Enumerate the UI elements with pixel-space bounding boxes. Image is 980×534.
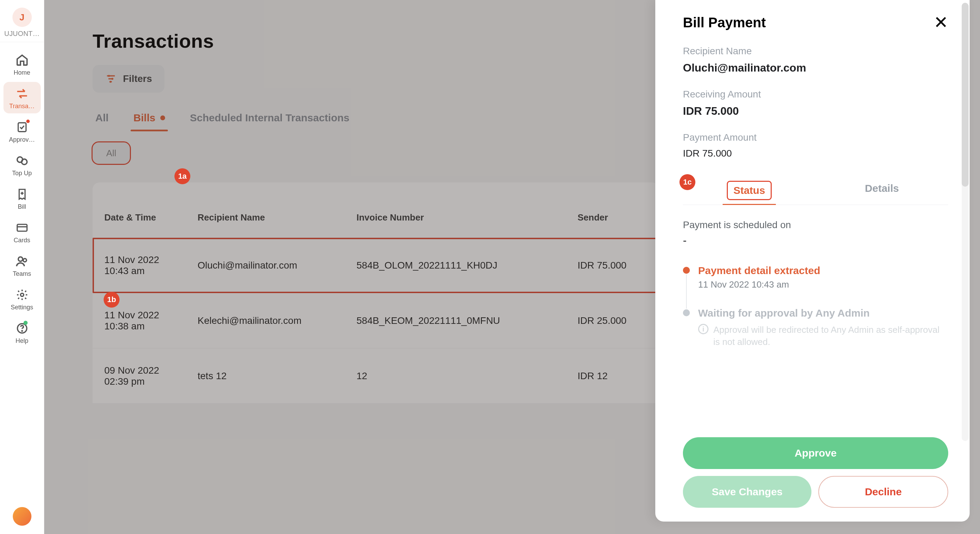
timeline-note: i Approval will be redirected to Any Adm… <box>698 324 948 348</box>
drawer-tabs: 1c Status Details <box>683 176 948 205</box>
svg-rect-3 <box>17 224 27 231</box>
svg-point-8 <box>22 331 22 332</box>
scrollbar[interactable] <box>962 3 969 441</box>
drawer-tab-details[interactable]: Details <box>816 176 948 205</box>
settings-icon <box>15 288 29 302</box>
transactions-icon <box>15 87 29 100</box>
account-name: UJUONT… <box>4 30 40 38</box>
svg-point-6 <box>21 293 24 296</box>
payment-amount-label: Payment Amount <box>683 132 948 143</box>
home-icon <box>15 53 29 67</box>
sidebar-label: Settings <box>11 304 33 311</box>
info-icon: i <box>698 324 708 334</box>
sidebar-label: Home <box>13 69 30 77</box>
callout-1a: 1a <box>175 168 190 184</box>
sidebar-item-cards[interactable]: Cards <box>3 216 41 247</box>
scheduled-on-value: - <box>683 234 948 247</box>
teams-icon <box>15 254 29 268</box>
status-timeline: Payment detail extracted 11 Nov 2022 10:… <box>683 265 948 365</box>
sidebar-label: Bill <box>18 203 26 210</box>
sidebar-label: Top Up <box>12 170 32 177</box>
timeline-subtitle: 11 Nov 2022 10:43 am <box>698 279 820 290</box>
receiving-amount-value: IDR 75.000 <box>683 105 948 118</box>
timeline-item: Payment detail extracted 11 Nov 2022 10:… <box>683 265 948 307</box>
timeline-title: Waiting for approval by Any Admin <box>698 307 948 319</box>
help-icon <box>15 322 29 335</box>
sidebar-label: Teams <box>13 270 31 277</box>
svg-point-5 <box>23 258 27 262</box>
recipient-name-label: Recipient Name <box>683 46 948 57</box>
status-tab-highlight: Status <box>729 182 770 198</box>
drawer-actions: Approve Save Changes Decline <box>683 427 948 508</box>
callout-1c: 1c <box>679 174 695 190</box>
avatar: J <box>13 8 32 27</box>
topup-icon <box>15 154 29 167</box>
timeline-dot-icon <box>683 309 690 316</box>
sidebar-label: Help <box>16 337 28 344</box>
decline-button[interactable]: Decline <box>818 476 948 508</box>
sidebar-item-transactions[interactable]: Transa… <box>3 82 41 113</box>
sidebar-item-help[interactable]: Help <box>3 317 41 348</box>
bill-icon <box>15 187 29 201</box>
sidebar-label: Cards <box>13 237 30 244</box>
sidebar-label: Approv… <box>9 136 35 143</box>
timeline-title: Payment detail extracted <box>698 265 820 276</box>
approvals-icon <box>15 120 29 134</box>
svg-point-4 <box>18 257 22 261</box>
drawer-tab-status[interactable]: Status <box>683 176 816 205</box>
sidebar-item-approvals[interactable]: Approv… <box>3 115 41 147</box>
cards-icon <box>15 221 29 235</box>
receiving-amount-label: Receiving Amount <box>683 89 948 100</box>
bill-payment-drawer: Bill Payment ✕ Recipient Name Oluchi@mai… <box>655 0 970 521</box>
approve-button[interactable]: Approve <box>683 437 948 469</box>
sidebar: J UJUONT… Home Transa… Approv… Top Up Bi… <box>0 0 44 534</box>
timeline-dot-icon <box>683 267 690 274</box>
close-icon[interactable]: ✕ <box>934 14 948 31</box>
timeline-item: Waiting for approval by Any Admin i Appr… <box>683 307 948 365</box>
payment-amount-value: IDR 75.000 <box>683 148 948 159</box>
sidebar-item-teams[interactable]: Teams <box>3 250 41 281</box>
sidebar-item-bill[interactable]: Bill <box>3 182 41 214</box>
recipient-name-value: Oluchi@mailinator.com <box>683 62 948 74</box>
sidebar-item-settings[interactable]: Settings <box>3 283 41 314</box>
sidebar-item-topup[interactable]: Top Up <box>3 149 41 180</box>
brand-logo <box>13 507 32 526</box>
sidebar-label: Transa… <box>10 103 35 110</box>
scheduled-on-label: Payment is scheduled on <box>683 220 948 231</box>
callout-1b: 1b <box>103 292 119 308</box>
account-block[interactable]: J UJUONT… <box>0 0 44 42</box>
sidebar-item-home[interactable]: Home <box>3 48 41 80</box>
drawer-title: Bill Payment <box>683 15 766 30</box>
save-changes-button[interactable]: Save Changes <box>683 476 811 508</box>
